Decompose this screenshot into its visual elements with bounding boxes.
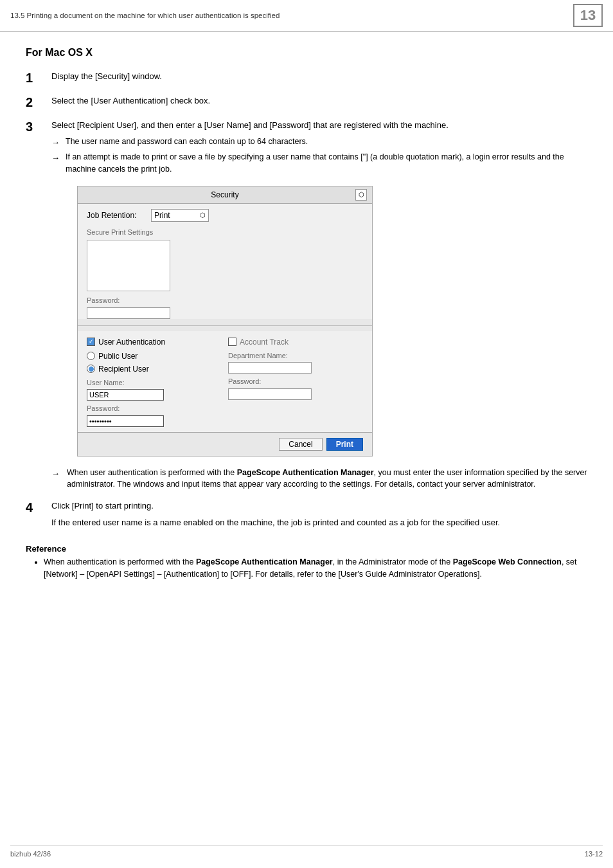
- dept-name-input[interactable]: [228, 362, 312, 374]
- header-section-label: 13.5 Printing a document on the machine …: [10, 11, 573, 20]
- arrow-icon-2: →: [51, 152, 63, 165]
- user-name-input[interactable]: [87, 389, 164, 401]
- user-auth-row: ✓ User Authentication: [87, 336, 222, 348]
- dialog-job-retention-row: Job Retention: Print ⬡ Secure Print Sett…: [78, 204, 372, 319]
- footer-right: 13-12: [585, 850, 603, 858]
- dialog-divider-1: [78, 325, 372, 326]
- dialog-main-area: ✓ User Authentication Public User: [78, 331, 372, 432]
- section-title: For Mac OS X: [26, 47, 587, 59]
- secure-print-area: [87, 240, 170, 291]
- step-4-subtext: If the entered user name is a name enabl…: [51, 516, 587, 529]
- step-3-text: Select [Recipient User], and then enter …: [51, 119, 587, 132]
- chapter-number: 13: [573, 4, 603, 27]
- right-password-label: Password:: [228, 376, 363, 387]
- dialog-title: Security: [211, 189, 238, 201]
- security-dialog: Security ⬡ Job Retention: Print ⬡ Secur: [77, 186, 373, 457]
- secure-print-settings-label: Secure Print Settings: [87, 227, 363, 238]
- page-content: For Mac OS X 1 Display the [Security] wi…: [0, 32, 613, 606]
- public-user-row: Public User: [87, 350, 222, 362]
- checkmark-icon: ✓: [89, 338, 94, 347]
- dialog-right-col: Account Track Department Name: Password:: [228, 336, 363, 427]
- step-3-note-text: When user authentication is performed wi…: [67, 467, 587, 491]
- dialog-left-col: ✓ User Authentication Public User: [87, 336, 222, 427]
- account-track-row: Account Track: [228, 336, 363, 348]
- dialog-titlebar-stepper[interactable]: ⬡: [355, 189, 367, 201]
- user-auth-label: User Authentication: [98, 336, 165, 348]
- dept-name-label: Department Name:: [228, 350, 363, 361]
- footer-left: bizhub 42/36: [10, 850, 51, 858]
- job-retention-label: Job Retention:: [87, 210, 151, 221]
- step-3-note: → When user authentication is performed …: [51, 467, 587, 491]
- step-3-content: Select [Recipient User], and then enter …: [51, 119, 587, 491]
- step-4-text: Click [Print] to start printing.: [51, 500, 587, 512]
- step-3-number: 3: [26, 119, 51, 134]
- recipient-user-label: Recipient User: [98, 363, 149, 375]
- arrow-icon-3: →: [51, 467, 64, 491]
- radio-selected-icon: [89, 366, 94, 372]
- right-password-input[interactable]: [228, 388, 312, 400]
- recipient-user-row: Recipient User: [87, 363, 222, 375]
- page-footer: bizhub 42/36 13-12: [10, 845, 603, 858]
- arrow-icon-1: →: [51, 136, 63, 149]
- step-3-bullets: → The user name and password can each co…: [51, 136, 587, 176]
- step-1: 1 Display the [Security] window.: [26, 70, 587, 86]
- reference-list: When authentication is performed with th…: [26, 556, 587, 581]
- password-input[interactable]: [87, 415, 164, 427]
- step-1-number: 1: [26, 70, 51, 86]
- reference-item-1: When authentication is performed with th…: [44, 556, 587, 581]
- job-retention-row: Job Retention: Print ⬡: [87, 209, 363, 222]
- step-2: 2 Select the [User Authentication] check…: [26, 95, 587, 110]
- step-3-bullet-2: → If an attempt is made to print or save…: [51, 151, 587, 176]
- step-4-content: Click [Print] to start printing. If the …: [51, 500, 587, 532]
- step-2-content: Select the [User Authentication] check b…: [51, 95, 587, 107]
- stepper-icon: ⬡: [200, 210, 206, 220]
- account-track-label: Account Track: [240, 336, 289, 348]
- step-3: 3 Select [Recipient User], and then ente…: [26, 119, 587, 491]
- password-label-2: Password:: [87, 403, 222, 414]
- public-user-label: Public User: [98, 350, 138, 362]
- user-auth-checkbox[interactable]: ✓: [87, 338, 95, 346]
- account-track-checkbox[interactable]: [228, 338, 236, 346]
- user-name-label: User Name:: [87, 377, 222, 388]
- reference-title: Reference: [26, 544, 587, 554]
- step-4: 4 Click [Print] to start printing. If th…: [26, 500, 587, 532]
- page-header: 13.5 Printing a document on the machine …: [0, 0, 613, 32]
- recipient-user-radio[interactable]: [87, 365, 95, 373]
- dialog-titlebar: Security ⬡: [78, 186, 372, 204]
- dialog-footer: Cancel Print: [78, 432, 372, 456]
- public-user-radio[interactable]: [87, 352, 95, 360]
- step-4-number: 4: [26, 500, 51, 515]
- cancel-button[interactable]: Cancel: [279, 438, 322, 451]
- step-1-text: Display the [Security] window.: [51, 70, 587, 83]
- step-2-text: Select the [User Authentication] check b…: [51, 95, 587, 107]
- print-button[interactable]: Print: [326, 438, 363, 451]
- password-label-1: Password:: [87, 295, 363, 306]
- reference-section: Reference When authentication is perform…: [26, 544, 587, 581]
- step-2-number: 2: [26, 95, 51, 110]
- password-field-1[interactable]: [87, 307, 170, 319]
- step-list: 1 Display the [Security] window. 2 Selec…: [26, 70, 587, 532]
- step-1-content: Display the [Security] window.: [51, 70, 587, 83]
- step-3-bullet-1: → The user name and password can each co…: [51, 136, 587, 149]
- job-retention-select[interactable]: Print ⬡: [151, 209, 209, 222]
